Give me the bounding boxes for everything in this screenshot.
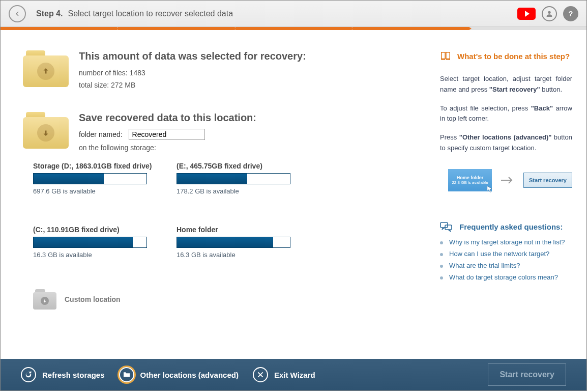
youtube-icon[interactable] (517, 8, 536, 20)
faq-link[interactable]: Why is my target storage not in the list… (449, 238, 565, 246)
faq-link[interactable]: What do target storage colors mean? (449, 273, 558, 281)
step-description: Select target location to recover select… (68, 9, 233, 18)
step-number: Step 4. (36, 9, 63, 18)
folder-named-label: folder named: (79, 130, 123, 138)
cursor-icon (486, 185, 494, 193)
folder-gray-icon (33, 289, 56, 310)
custom-location-option[interactable]: Custom location (33, 289, 147, 310)
wizard-progress (1, 27, 586, 30)
on-storage-label: on the following storage: (79, 142, 256, 154)
folder-icon (119, 367, 134, 382)
folder-down-icon (23, 112, 69, 149)
refresh-storages-button[interactable]: Refresh storages (21, 367, 105, 382)
custom-location-label: Custom location (65, 295, 121, 303)
folder-name-input[interactable] (129, 129, 205, 140)
storage-title: Home folder (177, 226, 290, 234)
help-icon[interactable]: ? (563, 6, 578, 21)
storage-avail: 697.6 GB is available (33, 187, 147, 195)
storage-option-e[interactable]: (E:, 465.75GB fixed drive) 178.2 GB is a… (177, 162, 290, 195)
storage-option-home[interactable]: Home folder 16.3 GB is available (177, 226, 290, 259)
book-icon (440, 50, 451, 62)
storage-avail: 16.3 GB is available (33, 251, 147, 259)
storage-option-d[interactable]: Storage (D:, 1863.01GB fixed drive) 697.… (33, 162, 147, 195)
storage-avail: 178.2 GB is available (177, 187, 290, 195)
user-icon[interactable] (542, 6, 557, 21)
help-para-2: To adjust file selection, press "Back" a… (440, 103, 572, 125)
refresh-icon (21, 367, 36, 382)
target-location: Save recovered data to this location: fo… (23, 112, 414, 154)
help-para-3: Press "Other locations (advanced)" butto… (440, 132, 572, 154)
folder-up-icon (23, 50, 69, 87)
arrow-right-icon (501, 177, 514, 184)
svg-point-0 (548, 11, 550, 13)
faq-link[interactable]: How can I use the network target? (449, 250, 549, 258)
storage-title: (E:, 465.75GB fixed drive) (177, 162, 290, 170)
storage-title: (C:, 110.91GB fixed drive) (33, 226, 147, 234)
recovery-summary: This amount of data was selected for rec… (23, 50, 414, 92)
other-locations-button[interactable]: Other locations (advanced) (119, 367, 239, 382)
summary-title: This amount of data was selected for rec… (79, 50, 306, 62)
target-title: Save recovered data to this location: (79, 112, 256, 124)
faq-icon (440, 222, 452, 232)
summary-size: total size: 272 MB (79, 79, 306, 92)
help-para-1: Select target location, adjust target fo… (440, 74, 572, 95)
close-icon (253, 367, 268, 382)
faq-heading: Frequently asked questions: (440, 222, 572, 232)
summary-files: number of files: 1483 (79, 67, 306, 79)
storage-option-c[interactable]: (C:, 110.91GB fixed drive) 16.3 GB is av… (33, 226, 147, 259)
help-heading: What's to be done at this step? (440, 50, 572, 62)
storage-avail: 16.3 GB is available (177, 251, 290, 259)
back-button[interactable] (9, 5, 26, 22)
start-recovery-button[interactable]: Start recovery (488, 363, 566, 386)
exit-wizard-button[interactable]: Exit Wizard (253, 367, 315, 382)
help-demo-image: Home folder 22.8 GB is available Start r… (448, 169, 572, 191)
demo-start-button: Start recovery (523, 173, 572, 188)
faq-link[interactable]: What are the trial limits? (449, 262, 520, 269)
storage-title: Storage (D:, 1863.01GB fixed drive) (33, 162, 147, 170)
